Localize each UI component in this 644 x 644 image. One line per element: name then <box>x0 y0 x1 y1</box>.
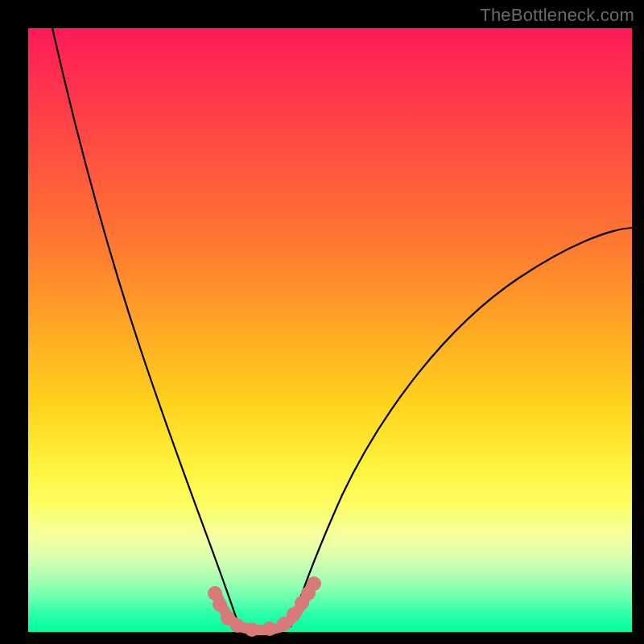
chart-frame: TheBottleneck.com <box>0 0 644 644</box>
svg-point-1 <box>213 597 227 612</box>
svg-point-3 <box>230 618 245 633</box>
svg-point-5 <box>262 621 277 636</box>
watermark-text: TheBottleneck.com <box>480 5 634 26</box>
svg-point-10 <box>307 576 321 591</box>
svg-point-4 <box>245 622 259 637</box>
right-curve <box>291 228 632 627</box>
chart-svg <box>28 28 632 632</box>
left-curve <box>52 28 239 627</box>
